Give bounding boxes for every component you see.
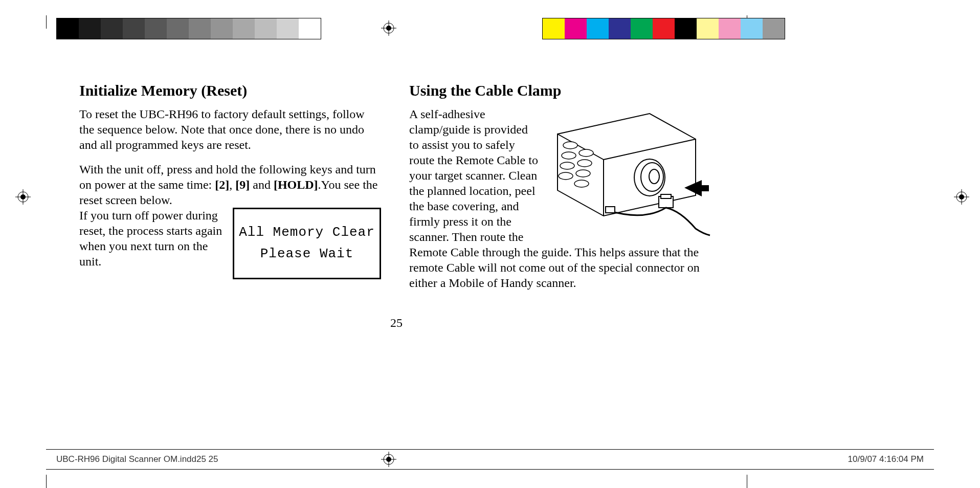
svg-point-22 — [577, 160, 592, 167]
svg-point-25 — [559, 172, 573, 180]
grayscale-calibration-bar — [56, 18, 321, 39]
column-right: Using the Cable Clamp — [409, 82, 711, 291]
printer-footer-bar: UBC-RH96 Digital Scanner OM.indd25 25 10… — [0, 449, 980, 470]
key-sequence-label: [9] — [235, 178, 250, 191]
lcd-line: Please Wait — [260, 243, 354, 265]
page-number: 25 — [79, 316, 714, 330]
svg-point-24 — [576, 170, 590, 177]
registration-mark-icon — [954, 189, 969, 205]
registration-mark-icon — [15, 189, 31, 205]
scanner-cable-clamp-illustration — [542, 108, 711, 236]
svg-point-26 — [574, 180, 589, 187]
page-content: Initialize Memory (Reset) To reset the U… — [79, 82, 714, 399]
svg-point-20 — [579, 149, 593, 157]
body-text: If you turn off power during reset, the … — [79, 208, 228, 269]
heading-initialize-memory: Initialize Memory (Reset) — [79, 82, 381, 99]
crop-mark — [46, 475, 47, 488]
color-calibration-bar — [542, 18, 785, 39]
registration-mark-icon — [381, 452, 396, 467]
lcd-screen-illustration: All Memory Clear Please Wait — [233, 208, 381, 279]
registration-mark-icon — [381, 20, 396, 36]
heading-cable-clamp: Using the Cable Clamp — [409, 82, 711, 99]
body-text: With the unit off, press and hold the fo… — [79, 162, 381, 208]
svg-point-23 — [560, 162, 574, 169]
svg-point-21 — [562, 152, 576, 159]
crop-mark — [747, 475, 747, 488]
column-left: Initialize Memory (Reset) To reset the U… — [79, 82, 381, 291]
key-sequence-label: [HOLD] — [274, 178, 318, 191]
lcd-line: All Memory Clear — [239, 222, 375, 243]
svg-rect-29 — [606, 207, 615, 213]
footer-filename: UBC-RH96 Digital Scanner OM.indd25 25 — [56, 454, 218, 464]
footer-timestamp: 10/9/07 4:16:04 PM — [848, 454, 924, 464]
key-sequence-label: [2] — [215, 178, 229, 191]
printer-marks-top — [0, 15, 980, 41]
body-text: To reset the UBC-RH96 to factory default… — [79, 106, 381, 152]
svg-point-19 — [563, 142, 577, 149]
crop-mark — [46, 15, 47, 29]
svg-point-18 — [649, 169, 659, 184]
svg-rect-28 — [661, 194, 671, 198]
